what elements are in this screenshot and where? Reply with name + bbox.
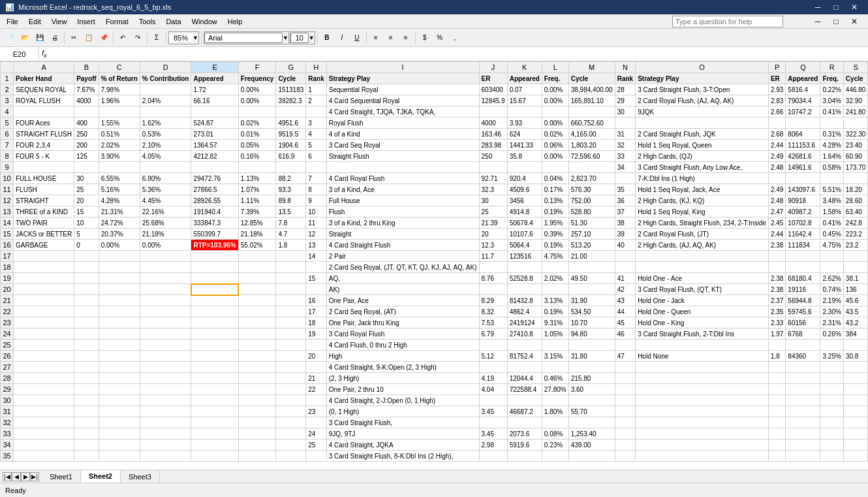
cell-r5c12[interactable]: 0.00% xyxy=(542,118,568,129)
cell-r24c5[interactable] xyxy=(191,329,238,340)
cell-r35c19[interactable] xyxy=(843,451,868,462)
header-cell-r1c10[interactable]: ER xyxy=(479,73,507,84)
zoom-input[interactable]: 85% xyxy=(169,34,193,42)
cell-r4c1[interactable] xyxy=(14,106,74,118)
cell-r13c7[interactable]: 13.5 xyxy=(276,206,306,217)
cell-r18c7[interactable] xyxy=(276,262,306,273)
cell-r20c13[interactable] xyxy=(568,284,615,295)
cell-r33c14[interactable] xyxy=(615,428,635,440)
autosum-button[interactable]: Σ xyxy=(149,31,164,45)
cell-r9c3[interactable] xyxy=(99,162,140,173)
cell-r23c5[interactable] xyxy=(191,317,238,329)
cell-r5c5[interactable]: 524.87 xyxy=(191,118,238,129)
cell-r29c11[interactable]: 722588.4 xyxy=(507,384,542,395)
cell-r3c11[interactable]: 15.67 xyxy=(507,95,542,106)
underline-button[interactable]: U xyxy=(350,31,364,45)
col-header-J[interactable]: J xyxy=(479,62,507,73)
col-header-N[interactable]: N xyxy=(615,62,635,73)
cell-r20c11[interactable] xyxy=(507,284,542,295)
col-header-D[interactable]: D xyxy=(140,62,191,73)
cell-r27c13[interactable] xyxy=(568,362,615,373)
cell-r15c4[interactable]: 21.18% xyxy=(140,229,191,240)
cell-r17c11[interactable]: 123516 xyxy=(507,251,542,262)
cell-r29c14[interactable] xyxy=(615,384,635,395)
font-size-input[interactable]: 10 xyxy=(290,33,309,43)
cell-r26c11[interactable]: 81752.4 xyxy=(507,351,542,362)
cell-r33c13[interactable]: 1,253.40 xyxy=(568,428,615,440)
cell-r32c15[interactable] xyxy=(636,417,769,428)
cell-r27c7[interactable] xyxy=(276,362,306,373)
cell-r7c1[interactable]: FOUR 2,3,4 xyxy=(14,140,74,151)
cell-r18c10[interactable] xyxy=(479,262,507,273)
cell-r31c2[interactable] xyxy=(74,406,99,417)
cell-r3c17[interactable]: 79034.4 xyxy=(786,95,820,106)
cell-r20c5[interactable] xyxy=(191,284,238,295)
cell-r14c16[interactable]: 2.45 xyxy=(768,217,785,229)
cell-r4c7[interactable] xyxy=(276,106,306,118)
cell-r34c18[interactable] xyxy=(820,440,843,451)
cell-r21c14[interactable]: 43 xyxy=(615,295,635,306)
cell-r27c1[interactable] xyxy=(14,362,74,373)
cell-r14c7[interactable]: 7.8 xyxy=(276,217,306,229)
cell-r13c18[interactable]: 1.58% xyxy=(820,206,843,217)
cell-r31c8[interactable]: 23 xyxy=(306,406,326,417)
cell-r3c3[interactable]: 1.96% xyxy=(99,95,140,106)
cell-r35c1[interactable] xyxy=(14,451,74,462)
cell-r5c18[interactable] xyxy=(820,118,843,129)
cell-r7c16[interactable]: 2.44 xyxy=(768,140,785,151)
cell-r19c4[interactable] xyxy=(140,273,191,284)
cell-r25c6[interactable] xyxy=(238,340,276,351)
cell-r23c14[interactable]: 45 xyxy=(615,317,635,329)
cell-r20c8[interactable] xyxy=(306,284,326,295)
cell-r9c14[interactable]: 34 xyxy=(615,162,635,173)
cell-r6c2[interactable]: 250 xyxy=(74,129,99,140)
cell-r5c19[interactable] xyxy=(843,118,868,129)
cell-r17c12[interactable]: 4.75% xyxy=(542,251,568,262)
cell-r36c14[interactable] xyxy=(615,462,635,462)
cell-r12c4[interactable]: 4.45% xyxy=(140,195,191,206)
cell-r27c3[interactable] xyxy=(99,362,140,373)
cell-r23c3[interactable] xyxy=(99,317,140,329)
search-box[interactable] xyxy=(672,16,783,27)
cell-r25c4[interactable] xyxy=(140,340,191,351)
cell-r31c15[interactable] xyxy=(636,406,769,417)
cell-r26c10[interactable]: 5.12 xyxy=(479,351,507,362)
cell-r29c7[interactable] xyxy=(276,384,306,395)
header-cell-r1c12[interactable]: Freq. xyxy=(542,73,568,84)
cell-r9c18[interactable]: 0.58% xyxy=(820,162,843,173)
cell-r11c4[interactable]: 5.36% xyxy=(140,184,191,195)
col-header-B[interactable]: B xyxy=(74,62,99,73)
cell-r4c14[interactable]: 30 xyxy=(615,106,635,118)
cell-r18c4[interactable] xyxy=(140,262,191,273)
cell-r12c7[interactable]: 89.8 xyxy=(276,195,306,206)
grid-container[interactable]: A B C D E F G H I J K L M N O P Q R S xyxy=(0,61,868,462)
cell-r32c5[interactable] xyxy=(191,417,238,428)
cell-r15c8[interactable]: 12 xyxy=(306,229,326,240)
cell-r4c8[interactable] xyxy=(306,106,326,118)
cell-r5c11[interactable]: 3.93 xyxy=(507,118,542,129)
cell-r13c11[interactable]: 4914.8 xyxy=(507,206,542,217)
cell-r22c17[interactable]: 59745.6 xyxy=(786,306,820,317)
cell-r20c12[interactable] xyxy=(542,284,568,295)
cell-r15c9[interactable]: Straight xyxy=(326,229,479,240)
cell-r34c7[interactable] xyxy=(276,440,306,451)
cell-r8c18[interactable]: 1.64% xyxy=(820,151,843,162)
cell-r24c12[interactable]: 1.05% xyxy=(542,329,568,340)
cell-r21c10[interactable]: 8.29 xyxy=(479,295,507,306)
copy-button[interactable]: 📋 xyxy=(82,31,96,45)
cell-r9c9[interactable] xyxy=(326,162,479,173)
header-cell-r1c11[interactable]: Appeared xyxy=(507,73,542,84)
cell-r28c11[interactable]: 12044.4 xyxy=(507,373,542,384)
cell-r15c13[interactable]: 257.10 xyxy=(568,229,615,240)
cell-r32c13[interactable] xyxy=(568,417,615,428)
cell-r17c10[interactable]: 11.7 xyxy=(479,251,507,262)
header-cell-r1c4[interactable]: % Contribution xyxy=(140,73,191,84)
cell-r3c15[interactable]: 2 Card Royal Flush, (AJ, AQ, AK) xyxy=(636,95,769,106)
cell-r36c8[interactable]: 26 xyxy=(306,462,326,462)
cell-r28c4[interactable] xyxy=(140,373,191,384)
cell-r11c2[interactable]: 25 xyxy=(74,184,99,195)
cell-r27c2[interactable] xyxy=(74,362,99,373)
cell-r7c17[interactable]: 111153.6 xyxy=(786,140,820,151)
align-left-button[interactable]: ≡ xyxy=(369,31,383,45)
cell-r25c14[interactable] xyxy=(615,340,635,351)
